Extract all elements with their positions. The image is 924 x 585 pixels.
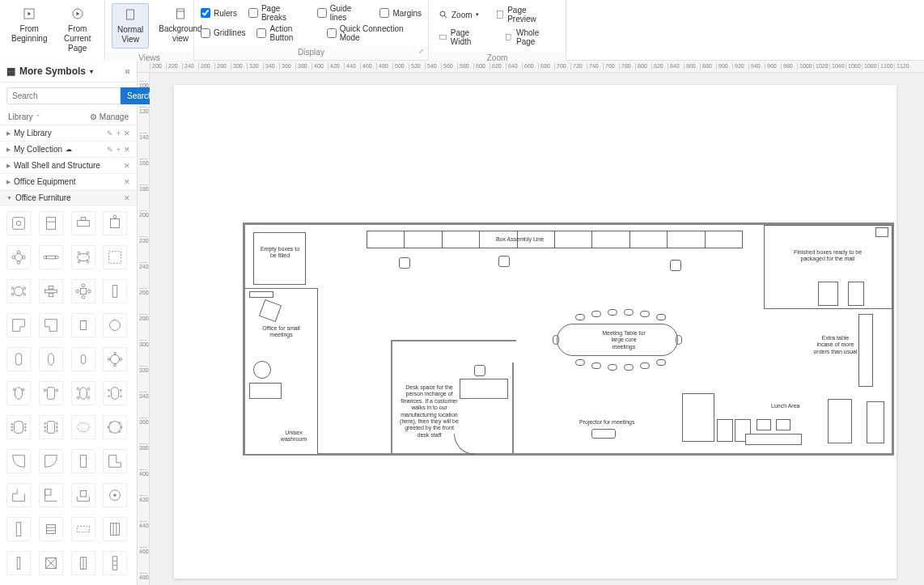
shape-item[interactable]: [71, 347, 95, 371]
shape-item[interactable]: [6, 347, 31, 371]
shape-item[interactable]: [39, 313, 63, 337]
shape-item[interactable]: [39, 551, 63, 575]
lib-item-office-furniture[interactable]: ▼Office Furniture ✕: [0, 190, 137, 206]
shape-item[interactable]: [6, 279, 31, 303]
quick-connection-checkbox[interactable]: Quick Connection Mode: [327, 24, 422, 42]
shape-item[interactable]: [71, 449, 95, 473]
shape-item[interactable]: [6, 449, 31, 473]
zoom-button[interactable]: Zoom▾: [435, 3, 482, 26]
gridlines-checkbox[interactable]: Gridlines: [201, 24, 245, 42]
shape-item[interactable]: [6, 415, 31, 439]
shape-item[interactable]: [103, 279, 127, 303]
shape-item[interactable]: [71, 313, 95, 337]
edit-icon[interactable]: ✎: [107, 129, 113, 138]
shape-item[interactable]: [6, 381, 31, 405]
shape-item[interactable]: [6, 211, 31, 235]
add-icon[interactable]: +: [117, 146, 121, 154]
shape-item[interactable]: [39, 449, 63, 473]
shape-item[interactable]: [39, 245, 63, 269]
svg-rect-17: [81, 218, 86, 221]
shape-item[interactable]: [6, 313, 31, 337]
manage-button[interactable]: ⚙ Manage: [90, 112, 129, 121]
svg-point-31: [78, 261, 80, 263]
action-button-checkbox[interactable]: Action Button: [256, 24, 315, 42]
shape-item[interactable]: [39, 381, 63, 405]
shape-item[interactable]: [71, 279, 95, 303]
svg-rect-101: [16, 523, 21, 536]
shape-item[interactable]: [103, 245, 127, 269]
shape-item[interactable]: [103, 415, 127, 439]
page-preview-button[interactable]: Page Preview: [492, 3, 559, 26]
shape-item[interactable]: [103, 211, 127, 235]
shape-item[interactable]: [103, 347, 127, 371]
lib-item-my-library[interactable]: ▶My Library ✎+✕: [0, 125, 137, 142]
lib-item-office-equipment[interactable]: ▶Office Equipment ✕: [0, 174, 137, 190]
from-beginning-button[interactable]: From Beginning: [6, 3, 52, 47]
rulers-checkbox[interactable]: Rulers: [201, 4, 237, 22]
shape-item[interactable]: [103, 551, 127, 575]
whole-page-button[interactable]: Whole Page: [501, 26, 559, 49]
label-meeting-table[interactable]: Meeting Table for large core meetings: [600, 330, 648, 350]
svg-rect-61: [47, 388, 54, 400]
label-empty-boxes[interactable]: Empty boxes to be filled: [260, 246, 300, 260]
label-box-assembly[interactable]: Box Assembly Line: [496, 236, 544, 243]
label-projector[interactable]: Projector for meetings: [579, 419, 634, 426]
page-breaks-checkbox[interactable]: Page Breaks: [248, 4, 306, 22]
edit-icon[interactable]: ✎: [107, 146, 113, 154]
shape-item[interactable]: [71, 483, 95, 507]
lib-item-wall-shell[interactable]: ▶Wall Shell and Structure ✕: [0, 158, 137, 174]
shape-item[interactable]: [39, 347, 63, 371]
shape-item[interactable]: [103, 449, 127, 473]
close-icon[interactable]: ✕: [124, 178, 130, 186]
drawing-page[interactable]: Empty boxes to be filled Box Assembly Li…: [174, 85, 896, 579]
svg-point-73: [121, 396, 122, 397]
shape-item[interactable]: [103, 313, 127, 337]
guide-lines-checkbox[interactable]: Guide lines: [317, 4, 369, 22]
label-extra-table[interactable]: Extra table incase of more orders than u…: [813, 335, 858, 355]
shape-item[interactable]: [39, 211, 63, 235]
library-list: ▶My Library ✎+✕ ▶My Collection ☁ ✎+✕ ▶Wa…: [0, 125, 137, 206]
shape-item[interactable]: [71, 381, 95, 405]
shape-item[interactable]: [6, 245, 31, 269]
label-office-small[interactable]: Office for small meetings: [255, 325, 307, 339]
shape-item[interactable]: [103, 517, 127, 541]
svg-point-67: [77, 396, 79, 399]
svg-point-13: [16, 221, 21, 226]
margins-checkbox[interactable]: Margins: [379, 4, 422, 22]
shape-item[interactable]: [71, 517, 95, 541]
lib-item-my-collection[interactable]: ▶My Collection ☁ ✎+✕: [0, 142, 137, 158]
shape-item[interactable]: [39, 483, 63, 507]
library-dropdown[interactable]: Library ⌃: [8, 112, 40, 121]
svg-point-30: [87, 252, 89, 254]
close-icon[interactable]: ✕: [124, 162, 130, 170]
shape-item[interactable]: [71, 415, 95, 439]
shape-item[interactable]: [39, 279, 63, 303]
shape-item[interactable]: [71, 211, 95, 235]
label-washroom[interactable]: Unisex washroom: [278, 430, 310, 443]
label-lunch[interactable]: Lunch Area: [771, 403, 799, 409]
search-input[interactable]: [6, 87, 121, 104]
close-icon[interactable]: ✕: [124, 129, 130, 138]
shape-item[interactable]: [39, 415, 63, 439]
shape-item[interactable]: [71, 551, 95, 575]
canvas[interactable]: Empty boxes to be filled Box Assembly Li…: [150, 73, 924, 585]
shape-item[interactable]: [6, 517, 31, 541]
shape-item[interactable]: [103, 483, 127, 507]
collapse-panel-icon[interactable]: «: [125, 66, 130, 77]
from-current-page-button[interactable]: From Current Page: [57, 3, 98, 57]
label-desk-space[interactable]: Desk space for the person incharge of fi…: [399, 384, 460, 439]
shape-item[interactable]: [103, 381, 127, 405]
page-width-button[interactable]: Page Width: [435, 26, 491, 49]
display-launcher-icon[interactable]: ⤢: [417, 48, 425, 56]
add-icon[interactable]: +: [117, 129, 121, 138]
shape-item[interactable]: [71, 245, 95, 269]
svg-point-85: [56, 423, 57, 425]
floorplan[interactable]: Empty boxes to be filled Box Assembly Li…: [243, 223, 894, 456]
shape-item[interactable]: [39, 517, 63, 541]
shape-item[interactable]: [6, 551, 31, 575]
label-finished-boxes[interactable]: Finished boxes ready to be packaged for …: [783, 249, 872, 263]
close-icon[interactable]: ✕: [124, 194, 130, 202]
shape-item[interactable]: [6, 483, 31, 507]
normal-view-button[interactable]: Normal View: [112, 3, 149, 49]
close-icon[interactable]: ✕: [124, 146, 130, 154]
